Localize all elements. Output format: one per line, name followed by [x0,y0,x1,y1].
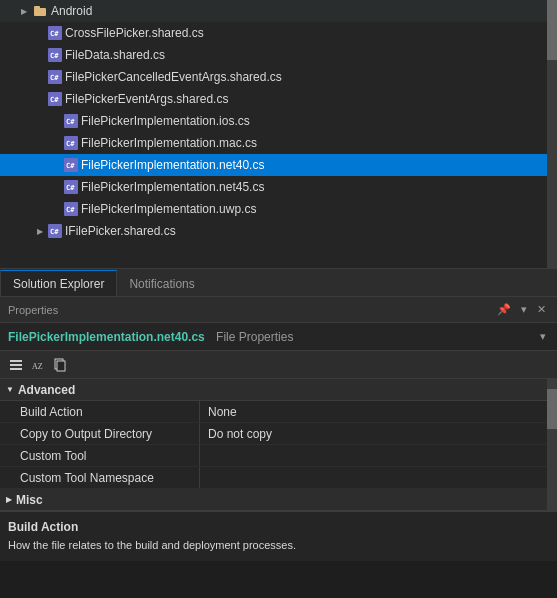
property-description-text: How the file relates to the build and de… [8,538,549,553]
section-arrow-misc: ▶ [6,495,12,504]
file-info-row: FilePickerImplementation.net40.cs File P… [0,323,557,351]
prop-section-misc[interactable]: ▶ Misc [0,489,547,511]
svg-rect-22 [10,360,22,362]
tree-scrollbar[interactable] [547,0,557,268]
svg-rect-24 [10,368,22,370]
svg-text:C#: C# [50,228,59,236]
svg-text:C#: C# [66,140,75,148]
svg-text:C#: C# [50,52,59,60]
tree-item-file-picker-event[interactable]: ▶ C# FilePickerEventArgs.shared.cs [0,88,557,110]
prop-row: Copy to Output Directory Do not copy [0,423,547,445]
cs-file-icon: C# [64,114,78,128]
tree-item-file-picker-impl-net45[interactable]: ▶ C# FilePickerImplementation.net45.cs [0,176,557,198]
tab-notifications[interactable]: Notifications [117,270,206,296]
tree-item-ifile-picker[interactable]: ▶ C# IFilePicker.shared.cs [0,220,557,242]
properties-header: Properties 📌 ▾ ✕ [0,297,557,323]
cs-file-icon: C# [48,224,62,238]
dropdown-icon[interactable]: ▾ [518,302,530,317]
prop-row: Custom Tool [0,445,547,467]
tree-item-label: FilePickerImplementation.ios.cs [81,114,250,128]
tree-item-file-picker-impl-uwp[interactable]: ▶ C# FilePickerImplementation.uwp.cs [0,198,557,220]
svg-text:C#: C# [66,206,75,214]
file-dropdown-icon[interactable]: ▾ [537,329,549,344]
prop-section-advanced[interactable]: ▼ Advanced [0,379,547,401]
bottom-tabs-bar: Solution ExplorerNotifications [0,268,557,296]
prop-name: Custom Tool [0,445,200,466]
pin-icon[interactable]: 📌 [494,302,514,317]
tree-item-label: FilePickerImplementation.uwp.cs [81,202,256,216]
cs-file-icon: C# [64,180,78,194]
properties-content-area: ▼ Advanced Build Action None Copy to Out… [0,379,557,511]
cs-file-icon: C# [64,158,78,172]
properties-panel: Properties 📌 ▾ ✕ FilePickerImplementatio… [0,296,557,561]
svg-rect-0 [34,8,46,16]
svg-text:C#: C# [50,74,59,82]
tree-item-cross-file-picker[interactable]: ▶ C# CrossFilePicker.shared.cs [0,22,557,44]
property-description-title: Build Action [8,520,549,534]
tree-item-label: FilePickerCancelledEventArgs.shared.cs [65,70,282,84]
properties-table: ▼ Advanced Build Action None Copy to Out… [0,379,547,511]
tree-item-file-picker-impl-net40[interactable]: ▶ C# FilePickerImplementation.net40.cs [0,154,557,176]
svg-text:C#: C# [66,184,75,192]
prop-name: Build Action [0,401,200,422]
tree-arrow-ifile-picker: ▶ [32,223,48,239]
tree-item-label: FilePickerImplementation.net40.cs [81,158,264,172]
prop-name: Custom Tool Namespace [0,467,200,488]
properties-header-icons: 📌 ▾ ✕ [494,302,549,317]
svg-rect-27 [57,361,65,371]
prop-value[interactable] [200,467,547,488]
svg-text:AZ: AZ [32,362,43,371]
tree-item-label: FilePickerImplementation.mac.cs [81,136,257,150]
prop-value[interactable]: None [200,401,547,422]
property-pages-button[interactable] [50,355,70,375]
alphabetical-view-button[interactable]: AZ [28,355,48,375]
close-icon[interactable]: ✕ [534,302,549,317]
prop-value[interactable] [200,445,547,466]
section-label-advanced: Advanced [18,383,75,397]
prop-name: Copy to Output Directory [0,423,200,444]
svg-text:C#: C# [66,118,75,126]
cs-file-icon: C# [64,136,78,150]
tree-arrow-android: ▶ [16,3,32,19]
tree-item-android[interactable]: ▶ Android [0,0,557,22]
solution-explorer-tree: ▶ Android▶ C# CrossFilePicker.shared.cs▶… [0,0,557,268]
cs-file-icon: C# [48,70,62,84]
properties-toolbar: AZ [0,351,557,379]
prop-row: Custom Tool Namespace [0,467,547,489]
cs-file-icon: C# [64,202,78,216]
property-description-area: Build Action How the file relates to the… [0,511,557,561]
svg-text:C#: C# [50,30,59,38]
tree-item-label: FilePickerImplementation.net45.cs [81,180,264,194]
tree-item-label: CrossFilePicker.shared.cs [65,26,204,40]
cs-file-icon: C# [48,48,62,62]
tree-item-label: Android [51,4,92,18]
section-label-misc: Misc [16,493,43,507]
prop-value[interactable]: Do not copy [200,423,547,444]
prop-row: Build Action None [0,401,547,423]
tree-item-file-picker-impl-ios[interactable]: ▶ C# FilePickerImplementation.ios.cs [0,110,557,132]
section-arrow-advanced: ▼ [6,385,14,394]
cs-file-icon: C# [48,26,62,40]
folder-icon [32,3,48,19]
tree-item-label: FilePickerEventArgs.shared.cs [65,92,228,106]
svg-text:C#: C# [50,96,59,104]
properties-panel-title: Properties [8,304,58,316]
cs-file-icon: C# [48,92,62,106]
properties-scrollbar-thumb[interactable] [547,389,557,429]
file-properties-label: File Properties [216,330,293,344]
svg-rect-1 [34,6,40,9]
tree-item-label: IFilePicker.shared.cs [65,224,176,238]
tree-item-file-picker-cancelled[interactable]: ▶ C# FilePickerCancelledEventArgs.shared… [0,66,557,88]
tree-item-file-picker-impl-mac[interactable]: ▶ C# FilePickerImplementation.mac.cs [0,132,557,154]
categorized-view-button[interactable] [6,355,26,375]
properties-scrollbar[interactable] [547,379,557,511]
tab-solution-explorer[interactable]: Solution Explorer [0,270,117,296]
svg-text:C#: C# [66,162,75,170]
tree-scrollbar-thumb[interactable] [547,0,557,60]
tree-item-label: FileData.shared.cs [65,48,165,62]
tree-item-file-data[interactable]: ▶ C# FileData.shared.cs [0,44,557,66]
selected-file-name: FilePickerImplementation.net40.cs [8,330,205,344]
svg-rect-23 [10,364,22,366]
